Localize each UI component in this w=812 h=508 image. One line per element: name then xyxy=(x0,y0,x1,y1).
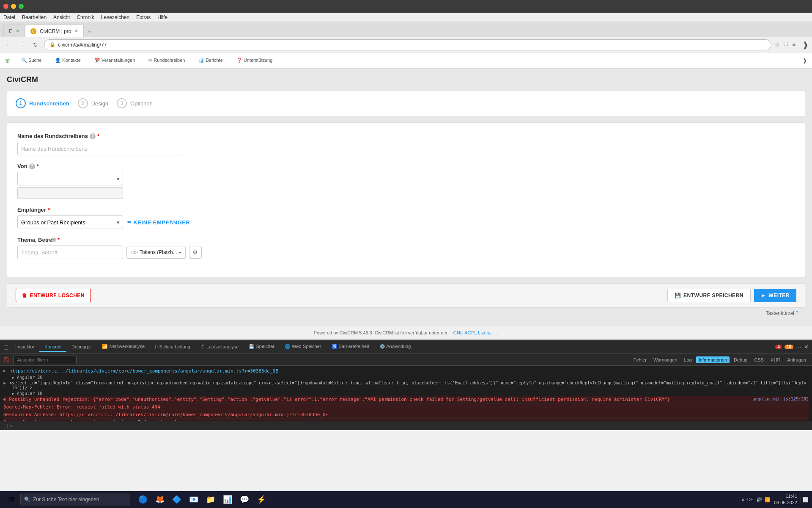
devtools-clear-icon[interactable]: 🚫 xyxy=(3,357,10,363)
devtools-tab-stil[interactable]: {} Stilbearbeitung xyxy=(150,342,195,352)
new-tab-btn[interactable]: + xyxy=(84,25,96,37)
sys-icon-network[interactable]: 📶 xyxy=(765,497,771,502)
start-button[interactable]: ⊞ xyxy=(3,492,19,507)
nav-berichte[interactable]: 📊 Berichte xyxy=(196,56,225,64)
menu-hilfe[interactable]: Hilfe xyxy=(157,14,167,20)
nav-veranstaltungen[interactable]: 📅 Veranstaltungen xyxy=(92,56,138,64)
devtools-tab-debug[interactable]: Debug xyxy=(731,356,750,363)
taskbar-app-outlook[interactable]: 📧 xyxy=(186,492,201,507)
forward-btn[interactable]: → xyxy=(17,40,27,50)
tab-inactive[interactable]: E ✕ xyxy=(3,25,25,37)
devtools-tab-laufzeit[interactable]: ⏱ Laufzeitanalyse xyxy=(195,342,244,352)
tab-active-close[interactable]: ✕ xyxy=(74,28,78,34)
nav-scroll-right[interactable]: ❱ xyxy=(803,58,807,64)
delete-draft-label: ENTWURF LÖSCHEN xyxy=(30,293,85,298)
weitere-informationen-link[interactable]: [weitere Informationen] xyxy=(112,420,177,421)
menu-extras[interactable]: Extras xyxy=(136,14,151,20)
devtools-more-icon[interactable]: ⋯ xyxy=(796,344,801,350)
from-help-icon[interactable]: ? xyxy=(29,163,35,169)
shortcuts-link[interactable]: ? xyxy=(796,310,798,316)
taskbar-app-explorer[interactable]: 📁 xyxy=(203,492,218,507)
nav-unterstuetzung[interactable]: ❓ Unterstützung xyxy=(234,56,275,64)
tokens-button[interactable]: </> Tokens (Platzh... ▾ xyxy=(126,246,186,259)
devtools-close-icon[interactable]: ✕ xyxy=(804,344,809,350)
menu-datei[interactable]: Datei xyxy=(3,14,15,20)
window-minimize-btn[interactable] xyxy=(11,4,16,9)
menu-lesezeichen[interactable]: Lesezeichen xyxy=(101,14,129,20)
delete-draft-button[interactable]: 🗑 ENTWURF LÖSCHEN xyxy=(16,289,91,302)
wizard-step-3[interactable]: 3 Optionen xyxy=(117,97,161,110)
taskbar-clock: 11:41 xyxy=(774,493,797,500)
devtools-tab-inspektor[interactable]: Inspektor xyxy=(10,342,39,352)
mailing-name-help-icon[interactable]: ? xyxy=(90,133,96,139)
taskbar-app-extra[interactable]: ⚡ xyxy=(254,492,269,507)
subject-row: </> Tokens (Platzh... ▾ ⚙ xyxy=(17,246,795,259)
devtools-tab-fehler[interactable]: Fehler xyxy=(631,356,649,363)
devtools-tab-speicher[interactable]: 💾 Speicher xyxy=(244,342,279,352)
from-name-dropdown[interactable] xyxy=(17,172,123,185)
nav-search[interactable]: 🔍 Suche xyxy=(19,56,44,64)
taskbar-app-cortana[interactable]: 🔵 xyxy=(135,492,151,507)
sys-icon-up[interactable]: ∧ xyxy=(741,497,745,502)
footer: Powered by CiviCRM 5.46.3. CiviCRM ist f… xyxy=(0,326,812,340)
subject-input[interactable] xyxy=(17,246,123,259)
devtools-tab-webspeicher[interactable]: 🌐 Web-Speicher xyxy=(280,342,326,352)
devtools-tab-barrierefreiheit[interactable]: ♿ Barrierefreiheit xyxy=(326,342,374,352)
devtools-tab-xhr[interactable]: XHR xyxy=(768,356,783,363)
tab-active[interactable]: C CiviCRM | pro ✕ xyxy=(25,25,84,37)
mailing-name-input[interactable] xyxy=(17,142,182,155)
pencil-icon: ✏ xyxy=(127,219,132,225)
sidebar-toggle-icon[interactable]: ❱ xyxy=(802,41,809,49)
window-close-btn[interactable] xyxy=(3,4,8,9)
save-draft-button[interactable]: 💾 ENTWURF SPEICHERN xyxy=(667,289,751,302)
wizard-step-1[interactable]: 1 Rundschreiben xyxy=(16,97,78,110)
devtools-inspector-icon[interactable]: ⬚ xyxy=(3,344,8,350)
sys-icon-volume[interactable]: 🔊 xyxy=(756,497,762,502)
next-button[interactable]: ► WEITER xyxy=(754,289,796,302)
console-row-error-1-text: ⊗ Possibly unhandled rejection: {"error_… xyxy=(3,397,749,402)
tokens-label: Tokens (Platzh... xyxy=(140,249,177,255)
no-recipients-link[interactable]: ✏ KEINE EMPFÄNGER xyxy=(127,219,190,226)
console-row-error-1-source[interactable]: angular.min.js:129:202 xyxy=(753,397,809,402)
devtools-tab-anfragen[interactable]: Anfragen xyxy=(785,356,809,363)
taskbar-app-excel[interactable]: 📊 xyxy=(220,492,235,507)
nav-rundschreiben[interactable]: ✉ Rundschreiben xyxy=(146,56,187,64)
devtools-tab-anwendung[interactable]: ⚙️ Anwendung xyxy=(374,342,416,352)
more-icon[interactable]: ≡ xyxy=(792,41,796,48)
back-btn[interactable]: ← xyxy=(3,40,14,50)
devtools-bottom-left-icon[interactable]: ⬚ xyxy=(3,423,8,428)
recipients-dropdown[interactable]: Groups or Past Recipients xyxy=(17,215,123,229)
devtools-tab-warnungen[interactable]: Warnungen xyxy=(651,356,680,363)
expand-arrow-1[interactable]: ▶ xyxy=(3,368,6,374)
bookmark-icon[interactable]: ☆ xyxy=(775,41,780,48)
from-email-input[interactable] xyxy=(17,187,123,199)
footer-license-link[interactable]: GNU AGPL Lizenz xyxy=(449,326,496,340)
console-row-error-2: Source-Map-Fehler: Error: request failed… xyxy=(3,403,809,411)
devtools-tab-informationen[interactable]: Informationen xyxy=(696,356,730,363)
window-maximize-btn[interactable] xyxy=(19,4,24,9)
menu-bearbeiten[interactable]: Bearbeiten xyxy=(22,14,47,20)
address-bar[interactable]: 🔒 civicrm/a/#/mailing/77 xyxy=(44,39,771,50)
wizard-step-2[interactable]: 2 Design xyxy=(78,97,117,110)
devtools-tab-netzwerk[interactable]: 📶 Netzwerkanalyse xyxy=(97,342,150,352)
expand-arrow-2[interactable]: ▶ xyxy=(3,381,6,390)
console-row-error-2-text: Source-Map-Fehler: Error: request failed… xyxy=(3,404,809,410)
menu-chronik[interactable]: Chronik xyxy=(77,14,94,20)
taskbar-app-edge[interactable]: 🔷 xyxy=(169,492,184,507)
devtools-filter-input[interactable] xyxy=(13,356,77,364)
taskbar-search[interactable]: 🔍 Zur Suche Text hier eingeben xyxy=(20,494,130,505)
gear-button[interactable]: ⚙ xyxy=(189,246,202,259)
taskbar-app-teams[interactable]: 💬 xyxy=(237,492,252,507)
console-row-1: ▶ https://civicrm.c.../libraries/civicrm… xyxy=(3,367,809,375)
reload-btn[interactable]: ↻ xyxy=(30,40,41,50)
taskbar-show-desktop[interactable]: ⬜ xyxy=(801,497,809,502)
nav-kontakte[interactable]: 👤 Kontakte xyxy=(52,56,83,64)
devtools-tab-debugger[interactable]: Debugger xyxy=(66,342,97,352)
taskbar-app-firefox[interactable]: 🦊 xyxy=(152,492,167,507)
devtools-tab-konsole[interactable]: Konsole xyxy=(39,342,66,352)
devtools-bottom-expand-icon[interactable]: » xyxy=(10,423,13,428)
devtools-tab-log[interactable]: Log xyxy=(681,356,694,363)
menu-ansicht[interactable]: Ansicht xyxy=(53,14,70,20)
tab-inactive-close[interactable]: ✕ xyxy=(16,28,19,34)
devtools-tab-css[interactable]: CSS xyxy=(752,356,766,363)
